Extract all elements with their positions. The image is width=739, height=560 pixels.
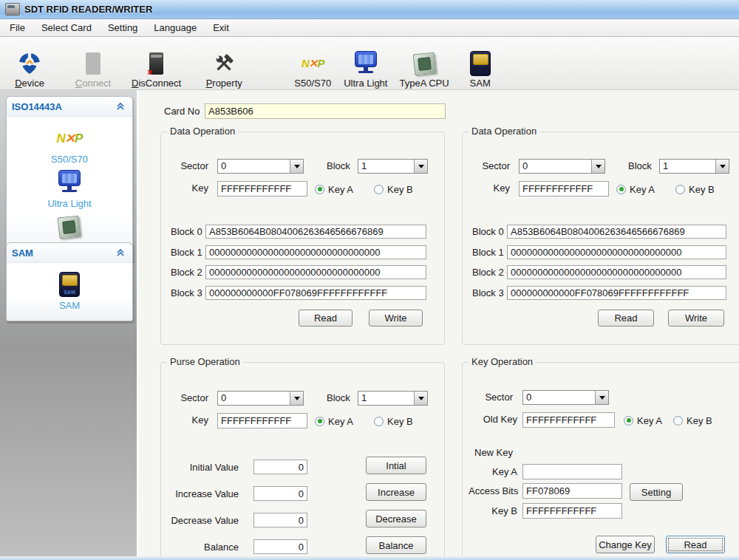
access-bits-input[interactable] bbox=[522, 483, 622, 499]
sidebar-item-ultra-light[interactable]: Ultra Light bbox=[47, 169, 91, 209]
sector-select[interactable]: 0 bbox=[217, 159, 304, 174]
block1-input[interactable] bbox=[205, 245, 426, 259]
keyb-radio[interactable]: Key B bbox=[673, 413, 712, 428]
new-keya-input[interactable] bbox=[522, 464, 622, 479]
toolbar-button-label: Device bbox=[15, 78, 44, 89]
sidebar-group-title: ISO14443A bbox=[12, 101, 62, 112]
old-key-label: Old Key bbox=[469, 412, 517, 427]
toolbar-button-property[interactable]: Property bbox=[199, 37, 249, 90]
new-key-label: New Key bbox=[474, 445, 513, 460]
dropdown-button[interactable] bbox=[595, 391, 608, 404]
keyb-radio[interactable]: Key B bbox=[675, 182, 715, 197]
keya-radio[interactable]: Key A bbox=[624, 413, 662, 428]
toolbar-button-s50-s70[interactable]: N✕P S50/S70 bbox=[287, 37, 338, 90]
chevron-double-up-icon[interactable] bbox=[114, 100, 127, 113]
dropdown-button[interactable] bbox=[715, 160, 729, 173]
toolbar-button-label: Ultra Light bbox=[344, 78, 387, 89]
setting-button[interactable]: Setting bbox=[630, 483, 683, 501]
sidebar-group-iso14443a: ISO14443A N✕P S50/S70 Ultra Light bbox=[6, 96, 133, 264]
radio-label: Key B bbox=[689, 184, 715, 195]
tools-icon bbox=[213, 49, 235, 78]
block-label: Block bbox=[327, 391, 350, 406]
read-button[interactable]: Read bbox=[299, 310, 353, 327]
intial-button[interactable]: Intial bbox=[366, 457, 426, 474]
block3-label: Block 3 bbox=[171, 286, 202, 301]
sidebar-group-body: N✕P S50/S70 Ultra Light TypeA CPU bbox=[7, 117, 132, 263]
sector-value: 0 bbox=[218, 160, 290, 173]
toolbar-button-ultra-light[interactable]: Ultra Light bbox=[338, 37, 393, 90]
data-operation-panel-left: Data Operation Sector 0 Block 1 Key Key … bbox=[160, 132, 445, 345]
keya-radio[interactable]: Key A bbox=[315, 182, 353, 197]
block3-input[interactable] bbox=[507, 286, 726, 300]
block0-input[interactable] bbox=[205, 225, 426, 239]
block1-label: Block 1 bbox=[472, 245, 504, 260]
toolbar-button-label: TypeA CPU bbox=[399, 78, 449, 89]
radio-label: Key A bbox=[630, 184, 655, 195]
write-button[interactable]: Write bbox=[369, 310, 423, 327]
toolbar-button-disconnect[interactable]: × DisConnect bbox=[126, 37, 187, 90]
group-title: Purse Operation bbox=[167, 356, 243, 367]
dropdown-button[interactable] bbox=[414, 392, 427, 405]
dropdown-button[interactable] bbox=[290, 160, 303, 173]
key-input[interactable] bbox=[217, 413, 307, 428]
new-keyb-input[interactable] bbox=[522, 503, 622, 519]
chevron-double-up-icon[interactable] bbox=[114, 246, 127, 259]
block-select[interactable]: 1 bbox=[358, 391, 428, 406]
initial-value-input[interactable] bbox=[253, 460, 307, 474]
menu-language[interactable]: Language bbox=[146, 21, 205, 35]
dropdown-button[interactable] bbox=[290, 392, 303, 405]
increase-button[interactable]: Increase bbox=[366, 483, 426, 501]
new-keya-label: Key A bbox=[469, 465, 517, 479]
read-button[interactable]: Read bbox=[666, 536, 725, 553]
keya-radio[interactable]: Key A bbox=[315, 414, 353, 428]
block2-input[interactable] bbox=[507, 265, 726, 279]
menu-exit[interactable]: Exit bbox=[205, 21, 237, 35]
old-key-input[interactable] bbox=[522, 412, 615, 428]
sidebar-item-s50-s70[interactable]: N✕P S50/S70 bbox=[51, 125, 88, 165]
balance-input[interactable] bbox=[253, 539, 307, 554]
sidebar-item-sam[interactable]: SAM SAM bbox=[59, 271, 80, 311]
block0-input[interactable] bbox=[507, 225, 726, 239]
decrease-button[interactable]: Decrease bbox=[366, 510, 426, 527]
sector-select[interactable]: 0 bbox=[522, 390, 609, 405]
block3-label: Block 3 bbox=[472, 286, 504, 301]
card-no-input[interactable] bbox=[205, 103, 446, 119]
block-value: 1 bbox=[358, 160, 414, 173]
dropdown-button[interactable] bbox=[414, 160, 427, 173]
block3-input[interactable] bbox=[205, 286, 426, 300]
sector-label: Sector bbox=[470, 159, 510, 174]
reader-device-icon bbox=[5, 3, 20, 16]
key-input[interactable] bbox=[519, 181, 609, 197]
menu-file[interactable]: File bbox=[1, 21, 33, 35]
increase-value-input[interactable] bbox=[253, 486, 307, 501]
toolbar-button-device[interactable]: Device bbox=[4, 37, 55, 90]
dropdown-button[interactable] bbox=[591, 160, 605, 173]
balance-button[interactable]: Balance bbox=[366, 536, 426, 554]
change-key-button[interactable]: Change Key bbox=[596, 536, 655, 553]
sector-select[interactable]: 0 bbox=[217, 391, 304, 406]
main-area: Card No Data Operation Sector 0 Block 1 … bbox=[137, 90, 739, 560]
keyb-radio[interactable]: Key B bbox=[374, 414, 413, 428]
block-select[interactable]: 1 bbox=[659, 159, 729, 174]
keya-radio[interactable]: Key A bbox=[616, 182, 655, 197]
decrease-value-input[interactable] bbox=[253, 513, 307, 527]
sector-select[interactable]: 0 bbox=[519, 159, 605, 174]
title-bar: SDT RFID READER/WRITER bbox=[0, 0, 739, 19]
radio-icon bbox=[673, 416, 683, 426]
key-label: Key bbox=[168, 181, 208, 196]
key-input[interactable] bbox=[217, 181, 307, 197]
block-select[interactable]: 1 bbox=[358, 159, 428, 174]
cpu-chip-icon bbox=[58, 214, 80, 240]
block2-input[interactable] bbox=[205, 265, 426, 279]
read-button[interactable]: Read bbox=[598, 310, 654, 327]
toolbar-button-sam[interactable]: SAM bbox=[455, 37, 505, 90]
keyb-radio[interactable]: Key B bbox=[374, 182, 413, 197]
menu-setting[interactable]: Setting bbox=[100, 21, 146, 35]
write-button[interactable]: Write bbox=[668, 310, 724, 327]
block1-input[interactable] bbox=[507, 245, 726, 259]
cpu-chip-icon bbox=[414, 49, 435, 78]
menu-select-card[interactable]: Select Card bbox=[33, 21, 100, 35]
toolbar-button-connect[interactable]: Connect bbox=[68, 37, 118, 90]
toolbar-button-typea-cpu[interactable]: TypeA CPU bbox=[393, 37, 454, 90]
group-title: Key Operation bbox=[469, 356, 536, 367]
